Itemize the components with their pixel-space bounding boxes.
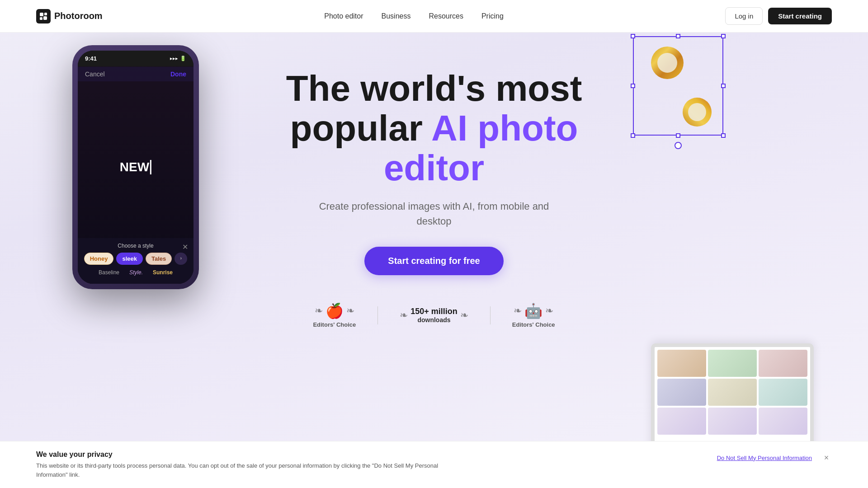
login-button[interactable]: Log in <box>725 7 763 25</box>
badge-separator-2 <box>490 306 491 324</box>
phone-status: ▸▸▸🔋 <box>170 56 186 61</box>
badge-apple-label: Editors' Choice <box>313 321 356 328</box>
badge-separator-1 <box>377 306 378 324</box>
laptop-thumb-1 <box>657 350 706 377</box>
badge-apple: ❧ 🍎 ❧ Editors' Choice <box>313 302 356 328</box>
photoroom-icon <box>39 12 48 21</box>
style-tales[interactable]: Tales <box>146 253 172 265</box>
logo-text: Photoroom <box>54 11 103 21</box>
hero-section: 9:41 ▸▸▸🔋 Cancel Done NEW Choose a style… <box>0 0 868 488</box>
style-more: › <box>175 253 187 265</box>
hero-subtitle: Create professional images with AI, from… <box>303 199 565 229</box>
nav-resources[interactable]: Resources <box>429 12 463 20</box>
laptop-thumb-9 <box>759 408 807 435</box>
hero-title: The world's most popular AI photoeditor <box>286 69 582 188</box>
hero-content: The world's most popular AI photoeditor … <box>286 33 582 275</box>
laurel-right-2: ❧ <box>460 310 468 321</box>
badges-section: ❧ 🍎 ❧ Editors' Choice ❧ 150+ million dow… <box>313 302 555 328</box>
style-honey[interactable]: Honey <box>84 253 114 265</box>
logo-icon <box>36 9 51 23</box>
nav-pricing[interactable]: Pricing <box>481 12 504 20</box>
badge-android-label: Editors' Choice <box>512 321 555 328</box>
laurel-right-3: ❧ <box>545 305 553 317</box>
badge-downloads-count: 150+ million <box>410 307 458 316</box>
svg-rect-2 <box>40 17 42 20</box>
privacy-close-button[interactable]: × <box>821 452 832 463</box>
hero-title-line1: The world's most <box>286 68 582 108</box>
apple-icon: 🍎 <box>326 302 344 319</box>
android-icon: 🤖 <box>524 302 542 319</box>
privacy-left: We value your privacy This website or it… <box>36 450 443 479</box>
laptop-thumb-6 <box>759 379 807 406</box>
style-sunrise[interactable]: Sunrise <box>149 267 176 277</box>
laurel-left-2: ❧ <box>400 310 408 321</box>
nav-actions: Log in Start creating <box>725 7 832 25</box>
svg-rect-1 <box>44 13 47 15</box>
logo-link[interactable]: Photoroom <box>36 9 103 23</box>
style-sleek[interactable]: sleek <box>116 253 143 265</box>
laptop-thumb-7 <box>657 408 706 435</box>
privacy-text: This website or its third-party tools pr… <box>36 461 443 479</box>
privacy-banner: We value your privacy This website or it… <box>0 441 868 488</box>
hoop1-container <box>649 44 686 81</box>
hero-title-line2: popular <box>290 108 432 148</box>
phone-done: Done <box>170 70 186 78</box>
badge-downloads-sub: downloads <box>410 316 458 324</box>
privacy-right: Do Not Sell My Personal Information × <box>717 452 832 463</box>
nav-links: Photo editor Business Resources Pricing <box>324 12 504 20</box>
badge-downloads: ❧ 150+ million downloads ❧ <box>400 307 468 324</box>
rotation-handle[interactable] <box>675 142 682 149</box>
phone-close-icon: ✕ <box>182 243 188 251</box>
laurel-right-1: ❧ <box>346 305 354 317</box>
badge-android: ❧ 🤖 ❧ Editors' Choice <box>512 302 555 328</box>
phone-mockup: 9:41 ▸▸▸🔋 Cancel Done NEW Choose a style… <box>72 45 199 289</box>
privacy-do-not-sell-link[interactable]: Do Not Sell My Personal Information <box>717 455 812 461</box>
navbar: Photoroom Photo editor Business Resource… <box>0 0 868 33</box>
laptop-thumb-8 <box>708 408 757 435</box>
phone-choose-style-label: Choose a style <box>81 243 190 249</box>
hero-cta-button[interactable]: Start creating for free <box>364 247 503 275</box>
hoop2-container <box>681 96 713 128</box>
phone-time: 9:41 <box>85 55 97 62</box>
start-creating-button[interactable]: Start creating <box>768 8 832 24</box>
nav-business[interactable]: Business <box>382 12 411 20</box>
laurel-left-1: ❧ <box>315 305 323 317</box>
style-style[interactable]: Style. <box>126 267 146 277</box>
svg-rect-3 <box>43 16 47 20</box>
laptop-thumb-5 <box>708 379 757 406</box>
nav-photo-editor[interactable]: Photo editor <box>324 12 363 20</box>
laptop-thumb-4 <box>657 379 706 406</box>
style-baseline[interactable]: Baseline <box>95 267 123 277</box>
phone-new-text: NEW <box>120 160 151 174</box>
phone-style-bar: Choose a style ✕ Honey sleek Tales › Bas… <box>78 238 193 284</box>
privacy-title: We value your privacy <box>36 450 443 459</box>
svg-point-7 <box>688 103 706 121</box>
laptop-thumb-3 <box>759 350 807 377</box>
jewelry-widget <box>633 36 732 136</box>
svg-point-5 <box>657 53 677 73</box>
laurel-left-3: ❧ <box>514 305 522 317</box>
svg-rect-0 <box>40 13 43 16</box>
laptop-screen <box>651 343 814 452</box>
laptop-thumb-2 <box>708 350 757 377</box>
phone-cancel: Cancel <box>85 70 105 78</box>
